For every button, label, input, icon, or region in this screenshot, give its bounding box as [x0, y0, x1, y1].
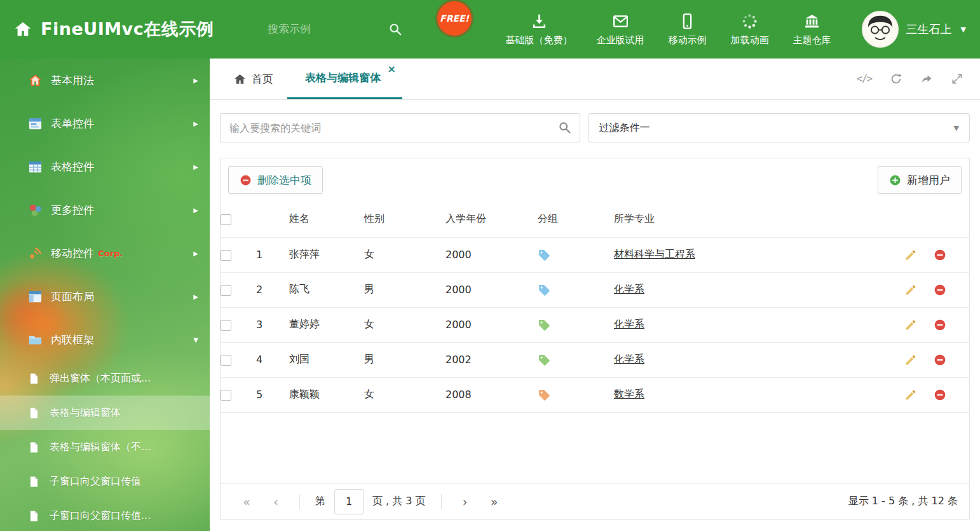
home-icon[interactable]: [14, 20, 32, 38]
row-checkbox[interactable]: [221, 250, 231, 261]
chevron-right-icon: ▶: [193, 163, 198, 170]
row-checkbox[interactable]: [221, 320, 231, 331]
edit-pencil-icon[interactable]: [904, 389, 917, 401]
delete-row-icon[interactable]: [934, 354, 946, 366]
share-icon[interactable]: [920, 72, 933, 85]
grid-panel: 删除选中项 新增用户 姓名: [220, 158, 970, 520]
edit-pencil-icon[interactable]: [904, 319, 917, 331]
major-link[interactable]: 材料科学与工程系: [614, 248, 695, 260]
nav-item-theme-repo[interactable]: 主题仓库: [793, 13, 831, 46]
sidebar-subitem-child-to-parent-2[interactable]: 子窗口向父窗口传值...: [0, 499, 210, 531]
major-link[interactable]: 数学系: [614, 388, 644, 400]
top-search-input[interactable]: [268, 23, 363, 36]
row-checkbox[interactable]: [221, 390, 231, 401]
cell-gender: 女: [364, 307, 446, 342]
sidebar-item-mobile-controls[interactable]: 移动控件 Corp. ▶: [0, 231, 210, 275]
sidebar-item-label: 页面布局: [51, 289, 94, 304]
delete-row-icon[interactable]: [934, 249, 946, 261]
sidebar-subitem-popup-window[interactable]: 弹出窗体（本页面或...: [0, 361, 210, 396]
pagination-bar: « ‹ 第 页 , 共 3 页 › » 显示 1 - 5 条 , 共 12 条: [221, 483, 969, 519]
column-header-year: 入学年份: [446, 202, 538, 237]
sidebar-subitem-grid-edit-window[interactable]: 表格与编辑窗体: [0, 396, 210, 430]
table-row: 5 康颖颖 女 2008 数学系: [221, 377, 969, 412]
major-link[interactable]: 化学系: [614, 353, 644, 365]
cell-year: 2000: [446, 307, 538, 342]
tab-bar: 首页 表格与编辑窗体 × </>: [210, 59, 980, 100]
delete-selected-button[interactable]: 删除选中项: [228, 166, 323, 194]
user-menu[interactable]: 三生石上 ▼: [862, 11, 966, 48]
source-code-icon[interactable]: </>: [857, 73, 872, 85]
prev-page-button[interactable]: ‹: [261, 495, 290, 509]
add-user-label: 新增用户: [907, 173, 950, 188]
file-icon: [28, 373, 40, 385]
tag-icon: [538, 389, 550, 401]
sidebar-item-page-layout[interactable]: 页面布局 ▶: [0, 275, 210, 318]
tag-icon: [538, 354, 550, 366]
nav-item-basic-free[interactable]: 基础版（免费）: [506, 13, 573, 46]
page-number-input[interactable]: [334, 489, 364, 514]
cell-year: 2002: [446, 342, 538, 377]
tab-home[interactable]: 首页: [220, 59, 287, 99]
refresh-icon[interactable]: [890, 72, 902, 85]
cell-name: 陈飞: [289, 272, 364, 307]
first-page-button[interactable]: «: [232, 495, 261, 509]
select-all-checkbox[interactable]: [221, 214, 231, 225]
grid-toolbar: 删除选中项 新增用户: [221, 158, 969, 202]
delete-row-icon[interactable]: [934, 284, 946, 296]
plus-circle-icon: [889, 174, 901, 186]
close-icon[interactable]: ×: [388, 64, 396, 74]
sidebar-item-label: 内联框架: [51, 333, 94, 347]
last-page-button[interactable]: »: [480, 495, 509, 509]
major-link[interactable]: 化学系: [614, 283, 644, 295]
column-header-delete: [934, 202, 969, 237]
search-icon[interactable]: [388, 22, 402, 36]
edit-pencil-icon[interactable]: [904, 284, 917, 296]
nav-item-mobile-demo[interactable]: 移动示例: [669, 13, 707, 46]
row-checkbox[interactable]: [221, 285, 231, 296]
sidebar-item-form-controls[interactable]: 表单控件 ▶: [0, 102, 210, 145]
tab-active-label: 表格与编辑窗体: [305, 71, 381, 85]
tab-home-label: 首页: [252, 72, 273, 86]
next-page-button[interactable]: ›: [451, 495, 480, 509]
users-table: 姓名 性别 入学年份 分组 所学专业 1 张萍萍 女: [221, 202, 969, 413]
sidebar-subitem-grid-edit-window-2[interactable]: 表格与编辑窗体（不...: [0, 430, 210, 464]
nav-item-enterprise-trial[interactable]: 企业版试用: [597, 13, 644, 46]
add-user-button[interactable]: 新增用户: [878, 166, 962, 194]
search-icon[interactable]: [558, 121, 571, 134]
chevron-right-icon: ▶: [193, 207, 198, 214]
sidebar-subitem-label: 子窗口向父窗口传值: [50, 475, 141, 488]
delete-selected-label: 删除选中项: [257, 173, 311, 188]
table-icon: [28, 160, 43, 174]
file-icon: [28, 441, 40, 453]
filter-dropdown[interactable]: 过滤条件一 ▼: [589, 113, 970, 142]
cell-gender: 男: [364, 342, 446, 377]
sidebar-item-label: 表格控件: [51, 160, 94, 174]
minus-circle-icon: [240, 174, 252, 186]
chevron-down-icon: ▼: [961, 25, 966, 34]
tab-grid-edit-window[interactable]: 表格与编辑窗体 ×: [287, 59, 402, 99]
sidebar-item-label: 基本用法: [51, 73, 94, 88]
table-header-row: 姓名 性别 入学年份 分组 所学专业: [221, 202, 969, 237]
page-prefix: 第: [315, 495, 325, 508]
sidebar-item-more-controls[interactable]: 更多控件 ▶: [0, 188, 210, 231]
major-link[interactable]: 化学系: [614, 318, 644, 330]
chevron-right-icon: ▶: [193, 293, 198, 300]
keyword-search-input[interactable]: [220, 113, 580, 142]
tag-icon: [538, 319, 550, 331]
nav-item-loading-animation[interactable]: 加载动画: [731, 13, 769, 46]
sidebar-subitem-child-to-parent[interactable]: 子窗口向父窗口传值: [0, 464, 210, 499]
delete-row-icon[interactable]: [934, 319, 946, 331]
row-index: 4: [256, 342, 289, 377]
expand-icon[interactable]: [951, 72, 963, 85]
sidebar-item-grid-controls[interactable]: 表格控件 ▶: [0, 145, 210, 188]
edit-pencil-icon[interactable]: [904, 249, 917, 261]
delete-row-icon[interactable]: [934, 389, 946, 401]
edit-pencil-icon[interactable]: [904, 354, 917, 366]
column-header-name: 姓名: [289, 202, 364, 237]
top-header: FineUIMvc在线示例 FREE! 基础版（免费） 企业: [0, 0, 980, 59]
cell-gender: 女: [364, 237, 446, 272]
row-checkbox[interactable]: [221, 355, 231, 366]
row-index: 1: [256, 237, 289, 272]
sidebar-item-iframe[interactable]: 内联框架 ▼: [0, 318, 210, 361]
sidebar-item-basic-usage[interactable]: 基本用法 ▶: [0, 59, 210, 102]
